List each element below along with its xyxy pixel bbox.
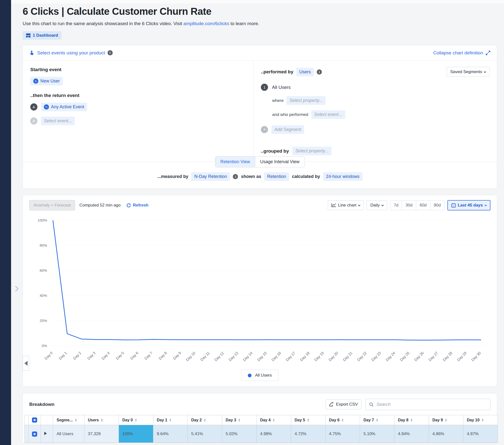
refresh-label: Refresh [133,203,148,208]
all-users-line[interactable] [53,220,481,340]
column-header-segme-[interactable]: Segme...▲▼ [53,415,84,425]
x-axis-tick: Day 8 [158,351,168,361]
chevron-down-icon [484,70,486,73]
y-axis-tick: 60% [40,268,47,273]
date-range-dropdown[interactable]: Last 45 days [447,200,490,210]
dashboard-badge[interactable]: 1 Dashboard [23,31,62,40]
shown-as-chip[interactable]: Retention [264,172,289,181]
segment-name: All Users [272,85,291,90]
measured-by-row: ...measured by N-Day Retention i shown a… [23,172,497,181]
retention-value-cell-day-9[interactable]: 4.86% [429,425,463,443]
return-event-b-select[interactable]: Select event... [41,117,75,125]
sort-icon[interactable]: ▲▼ [482,418,484,422]
column-header-day-0[interactable]: Day 0▲▼ [119,415,153,425]
add-segment-button[interactable]: Add Segment [271,125,304,134]
retention-value-cell-day-1[interactable]: 9.64% [153,425,188,443]
legend-all-users[interactable]: All Users [241,370,278,381]
sort-icon[interactable]: ▲▼ [376,418,378,422]
column-header-day-6[interactable]: Day 6▲▼ [325,415,360,425]
range-7d-button[interactable]: 7d [390,200,402,210]
column-header-day-4[interactable]: Day 4▲▼ [257,415,291,425]
search-box [365,399,490,410]
breakdown-card: Breakdown Export CSV [23,393,497,443]
refresh-button[interactable]: Refresh [126,203,148,208]
saved-segments-button[interactable]: Saved Segments [447,67,489,77]
sort-icon[interactable]: ▲▼ [238,418,240,422]
interval-dropdown[interactable]: Daily [367,200,387,210]
sort-icon[interactable]: ▲▼ [169,418,172,422]
calculated-by-chip[interactable]: 24-hour windows [323,172,362,181]
row-expand-cell[interactable] [41,425,53,443]
who-performed-event-select[interactable]: Select event... [311,110,345,119]
return-event-a-chip[interactable]: ∿ Any Active Event [41,103,87,111]
add-segment-plus-icon[interactable]: + [261,126,268,133]
info-icon[interactable]: i [108,50,113,56]
retention-value-cell-day-5[interactable]: 4.72% [291,425,325,443]
subtitle-link[interactable]: amplitude.com/6clicks [183,21,229,26]
range-30d-button[interactable]: 30d [402,200,416,210]
column-header-day-1[interactable]: Day 1▲▼ [153,415,188,425]
search-input[interactable] [377,402,487,407]
header-spacer-cell [25,415,29,425]
chart-type-dropdown[interactable]: Line chart [328,200,364,210]
column-header-day-10[interactable]: Day 10▲▼ [463,415,498,425]
range-60d-button[interactable]: 60d [416,200,430,210]
sort-icon[interactable]: ▲▼ [342,418,344,422]
retention-value-cell-day-3[interactable]: 5.02% [222,425,257,443]
column-header-day-5[interactable]: Day 5▲▼ [291,415,325,425]
retention-value-cell-day-10[interactable]: 4.87% [463,425,498,443]
export-csv-button[interactable]: Export CSV [325,399,361,409]
select-events-link[interactable]: Select events using your product i [29,50,113,56]
x-axis-tick: Day 7 [144,351,153,361]
expand-sidebar-chevron-icon[interactable] [13,286,19,292]
sort-icon[interactable]: ▲▼ [101,418,103,422]
export-csv-label: Export CSV [336,402,358,407]
retention-value-cell-day-0[interactable]: 100% [119,425,153,443]
where-property-select[interactable]: Select property... [287,96,325,105]
segments-panel: ..performed by Users i Saved Segments 1 … [253,60,497,162]
retention-value-cell-day-8[interactable]: 4.94% [395,425,429,443]
column-header-day-8[interactable]: Day 8▲▼ [395,415,429,425]
collapse-icon [486,51,490,56]
info-icon[interactable]: i [317,69,322,74]
tab-retention-view[interactable]: Retention View [215,157,255,167]
dashboard-badge-label: 1 Dashboard [33,33,58,38]
shown-as-label: shown as [241,174,261,179]
row-checkbox[interactable] [32,417,37,423]
measured-by-chip[interactable]: N-Day Retention [191,172,230,181]
range-90d-button[interactable]: 90d [430,200,444,210]
sort-icon[interactable]: ▲▼ [135,418,137,422]
retention-value-cell-day-6[interactable]: 4.75% [325,425,360,443]
chart-panel-expander[interactable] [23,356,29,371]
breakdown-table: Segme...▲▼Users▲▼Day 0▲▼Day 1▲▼Day 2▲▼Da… [24,415,498,443]
column-header-day-9[interactable]: Day 9▲▼ [429,415,463,425]
x-axis-tick: Day 22 [356,351,367,362]
sort-icon[interactable]: ▲▼ [307,418,309,422]
column-header-users[interactable]: Users▲▼ [84,415,119,425]
performed-by-chip[interactable]: Users [296,68,314,76]
retention-value-cell-day-2[interactable]: 5.41% [188,425,222,443]
dashboard-icon [26,34,31,37]
subtitle-text: Use this chart to run the same analysis … [23,21,183,26]
anomaly-forecast-button[interactable]: Anomaly + Forecast [29,200,75,210]
column-label: Segme... [57,418,73,422]
sort-icon[interactable]: ▲▼ [273,418,275,422]
column-header-day-2[interactable]: Day 2▲▼ [188,415,222,425]
column-header-day-3[interactable]: Day 3▲▼ [222,415,257,425]
retention-value-cell-day-4[interactable]: 4.98% [257,425,291,443]
row-checkbox[interactable] [32,431,37,437]
collapse-chart-definition-link[interactable]: Collapse chart definition [433,50,490,56]
sort-icon[interactable]: ▲▼ [445,418,447,422]
retention-value-cell-day-7[interactable]: 5.10% [360,425,395,443]
column-label: Day 5 [295,418,305,422]
sort-icon[interactable]: ▲▼ [75,418,77,422]
info-icon[interactable]: i [233,174,238,179]
starting-event-chip[interactable]: ∿ New User [30,77,63,85]
column-header-day-7[interactable]: Day 7▲▼ [360,415,395,425]
grouped-by-property-select[interactable]: Select property... [292,147,331,155]
x-axis-tick: Day 5 [115,351,125,361]
sort-icon[interactable]: ▲▼ [411,418,413,422]
x-axis-tick: Day 19 [313,351,324,362]
sort-icon[interactable]: ▲▼ [204,418,206,422]
expand-row-icon[interactable] [44,432,47,435]
